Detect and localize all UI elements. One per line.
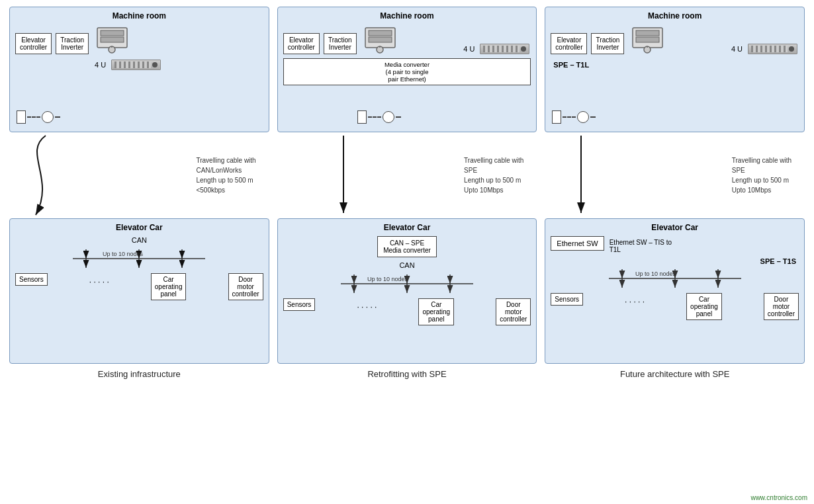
can-bus-svg-1: Up to 10 nodes bbox=[66, 247, 212, 271]
media-converter-box-2: Media converter(4 pair to singlepair Eth… bbox=[283, 58, 531, 85]
bottom-devices-2: Sensors · · · · · Caroperatingpanel Door… bbox=[283, 298, 531, 325]
rect-connector-2 bbox=[357, 110, 367, 124]
svg-text:Up to 10 nodes: Up to 10 nodes bbox=[103, 251, 144, 257]
bottom-devices-1: Sensors · · · · · Caroperatingpanel Door… bbox=[15, 273, 263, 300]
media-conv-label-2: Media converter(4 pair to singlepair Eth… bbox=[283, 58, 531, 85]
spe-t1l-label-3: SPE – T1L bbox=[553, 61, 799, 69]
caption-2: Retrofitting with SPE bbox=[367, 369, 446, 379]
circle-connector-3 bbox=[577, 111, 589, 123]
motor-icon-3 bbox=[629, 24, 666, 54]
four-u-row-1: 4 U bbox=[95, 60, 263, 70]
svg-text:Up to 10 nodes: Up to 10 nodes bbox=[635, 271, 676, 277]
machine-room-box-3: Machine room Elevatorcontroller Traction… bbox=[545, 7, 805, 132]
four-u-row-2: 4 U bbox=[463, 44, 529, 54]
rackmount-2 bbox=[480, 44, 529, 54]
sensors-box-2: Sensors bbox=[283, 298, 316, 311]
arrow-svg-2 bbox=[277, 132, 537, 218]
sensors-box-1: Sensors bbox=[15, 273, 48, 286]
elevator-controller-3: Elevatorcontroller bbox=[551, 33, 587, 54]
eth-sw-box-3: Ethernet SW bbox=[551, 236, 604, 251]
door-motor-3: Doormotorcontroller bbox=[764, 293, 799, 320]
can-label-1: CAN bbox=[132, 236, 147, 244]
door-motor-1: Doormotorcontroller bbox=[228, 273, 263, 300]
rackmount-1 bbox=[111, 60, 161, 70]
elevator-car-box-1: Elevator Car CAN Up to 10 nodes bbox=[9, 218, 269, 364]
four-u-label-2: 4 U bbox=[463, 45, 475, 53]
elevator-controller-1: Elevatorcontroller bbox=[15, 33, 52, 54]
eth-sw-row-3: Ethernet SW Ethernet SW – TIS toT1L bbox=[551, 236, 799, 253]
motor-icon-2 bbox=[362, 24, 398, 54]
eth-sw-label-3: Ethernet SW – TIS toT1L bbox=[610, 236, 672, 253]
cable-section-2: Travelling cable withSPELength up to 500… bbox=[277, 132, 537, 218]
car-op-panel-3: Caroperatingpanel bbox=[686, 293, 722, 320]
caption-3: Future architecture with SPE bbox=[620, 369, 729, 379]
svg-text:Up to 10 nodes: Up to 10 nodes bbox=[367, 276, 408, 282]
elevator-controller-2: Elevatorcontroller bbox=[283, 33, 320, 54]
arrow-svg-1 bbox=[9, 132, 269, 218]
machine-room-box-1: Machine room Elevatorcontroller Traction… bbox=[9, 7, 269, 132]
elevator-car-label-2: Elevator Car bbox=[283, 223, 531, 232]
can-label-2: CAN bbox=[399, 261, 414, 269]
svg-rect-16 bbox=[369, 30, 392, 36]
door-motor-2: Doormotorcontroller bbox=[496, 298, 531, 325]
rackmount-3 bbox=[748, 44, 797, 54]
spe-bus-svg-3: Up to 10 nodes bbox=[602, 267, 748, 290]
can-spe-box-wrapper-2: CAN – SPEMedia converter bbox=[283, 236, 531, 257]
circle-connector-2 bbox=[383, 111, 394, 123]
motor-icon-1 bbox=[94, 24, 130, 54]
connector-symbol-3 bbox=[552, 110, 596, 124]
dash-line-6 bbox=[590, 116, 596, 118]
bottom-devices-3: Sensors · · · · · Caroperatingpanel Door… bbox=[551, 293, 799, 320]
dash-line-3 bbox=[368, 116, 381, 118]
dots-2: · · · · · bbox=[357, 298, 377, 312]
machine-room-label-2: Machine room bbox=[283, 11, 531, 21]
column-existing: Machine room Elevatorcontroller Traction… bbox=[5, 7, 273, 499]
car-op-panel-1: Caroperatingpanel bbox=[151, 273, 187, 300]
cable-section-3: Travelling cable withSPELength up to 500… bbox=[545, 132, 805, 218]
traction-inverter-3: TractionInverter bbox=[591, 33, 624, 54]
sensors-box-3: Sensors bbox=[551, 293, 583, 306]
rect-connector-1 bbox=[17, 110, 26, 124]
svg-rect-2 bbox=[101, 37, 124, 42]
dash-line-2 bbox=[55, 116, 60, 118]
rackmount-stripes-2 bbox=[483, 46, 520, 52]
caption-1: Existing infrastructure bbox=[98, 369, 181, 379]
connector-symbol-2 bbox=[357, 110, 401, 124]
dash-line-5 bbox=[563, 116, 576, 118]
footer-watermark: www.cntronics.com bbox=[750, 494, 807, 501]
traction-inverter-1: TractionInverter bbox=[56, 33, 89, 54]
svg-rect-33 bbox=[636, 30, 659, 36]
dots-1: · · · · · bbox=[89, 273, 109, 286]
machine-room-box-2: Machine room Elevatorcontroller Traction… bbox=[277, 7, 537, 132]
svg-rect-1 bbox=[101, 30, 124, 36]
machine-room-label-3: Machine room bbox=[551, 11, 799, 21]
column-retrofitting: Machine room Elevatorcontroller Traction… bbox=[273, 7, 541, 499]
machine-room-label-1: Machine room bbox=[15, 11, 263, 21]
traction-inverter-2: TractionInverter bbox=[324, 33, 357, 54]
dash-line-1 bbox=[27, 116, 40, 118]
elevator-car-box-3: Elevator Car Ethernet SW Ethernet SW – T… bbox=[545, 218, 805, 364]
spe-t1s-label-3: SPE – T1S bbox=[760, 257, 796, 265]
circle-connector-1 bbox=[42, 111, 54, 123]
car-op-panel-2: Caroperatingpanel bbox=[418, 298, 454, 325]
four-u-label-3: 4 U bbox=[731, 45, 743, 53]
can-bus-svg-2: Up to 10 nodes bbox=[334, 272, 480, 296]
svg-rect-34 bbox=[636, 37, 659, 42]
rackmount-stripes-1 bbox=[114, 62, 151, 68]
four-u-row-3: 4 U bbox=[731, 44, 797, 54]
svg-rect-17 bbox=[369, 37, 392, 42]
four-u-label-1: 4 U bbox=[95, 61, 106, 69]
elevator-car-label-3: Elevator Car bbox=[551, 223, 799, 232]
arrow-svg-3 bbox=[545, 132, 805, 218]
elevator-car-label-1: Elevator Car bbox=[15, 223, 263, 232]
cable-section-1: Travelling cable withCAN/LonWorksLength … bbox=[9, 132, 269, 218]
column-future: Machine room Elevatorcontroller Traction… bbox=[541, 7, 809, 499]
dash-line-4 bbox=[396, 116, 401, 118]
rect-connector-3 bbox=[552, 110, 561, 124]
connector-symbol-1 bbox=[17, 110, 60, 124]
rackmount-stripes-3 bbox=[751, 46, 788, 52]
elevator-car-box-2: Elevator Car CAN – SPEMedia converter CA… bbox=[277, 218, 537, 364]
can-spe-box-2: CAN – SPEMedia converter bbox=[377, 236, 437, 257]
dots-3: · · · · · bbox=[625, 293, 645, 306]
